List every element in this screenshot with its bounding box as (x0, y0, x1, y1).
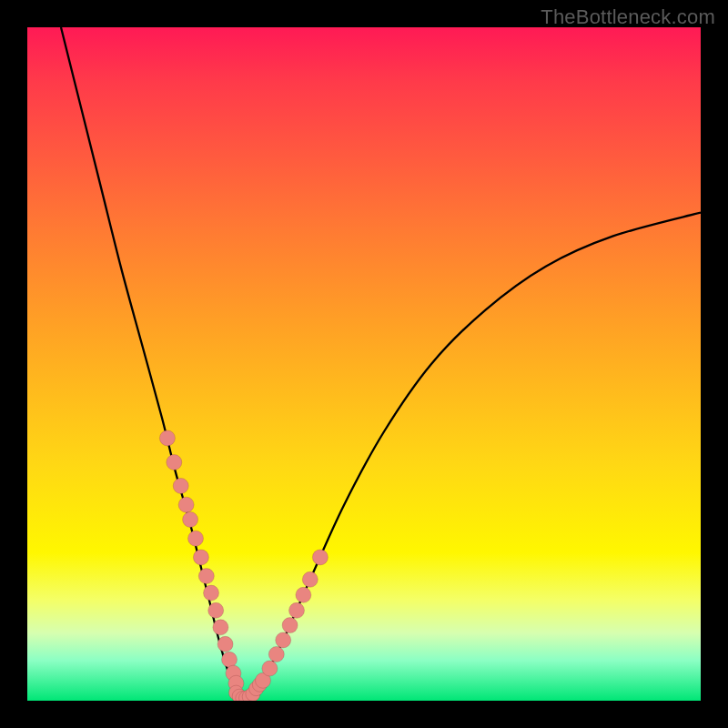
data-marker (312, 550, 328, 565)
data-marker (208, 602, 224, 618)
chart-svg (27, 27, 701, 701)
data-marker (282, 618, 298, 633)
data-marker (296, 587, 311, 602)
data-marker (217, 636, 233, 652)
data-marker (167, 455, 182, 470)
data-marker (183, 511, 198, 527)
bottleneck-curve (61, 27, 701, 699)
data-marker (178, 497, 194, 512)
data-marker (262, 661, 278, 676)
watermark-text: TheBottleneck.com (541, 5, 715, 29)
plot-area (27, 27, 701, 701)
marker-layer (159, 430, 328, 701)
data-marker (302, 571, 318, 587)
data-marker (204, 585, 219, 601)
data-marker (198, 569, 214, 584)
data-marker (222, 652, 238, 667)
data-marker (276, 632, 291, 648)
data-marker (289, 602, 305, 618)
data-marker (173, 478, 188, 493)
chart-stage: TheBottleneck.com (0, 0, 728, 728)
data-marker (193, 550, 208, 565)
data-marker (159, 430, 175, 446)
data-marker (268, 646, 284, 662)
data-marker (188, 531, 204, 546)
data-marker (213, 620, 228, 635)
